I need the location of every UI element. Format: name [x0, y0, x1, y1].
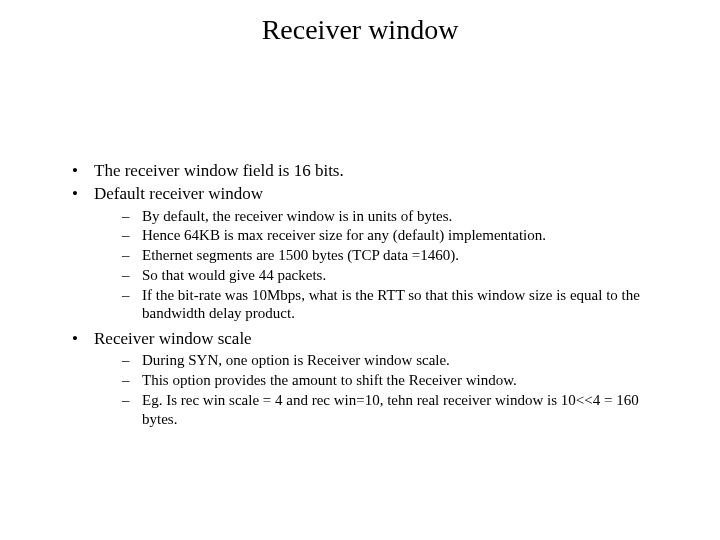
sub-bullet-item: If the bit-rate was 10Mbps, what is the … — [122, 286, 672, 324]
sub-bullet-text: Ethernet segments are 1500 bytes (TCP da… — [142, 247, 459, 263]
sub-bullet-text: Eg. Is rec win scale = 4 and rec win=10,… — [142, 392, 639, 427]
slide-body: The receiver window field is 16 bits. De… — [72, 160, 672, 433]
sub-bullet-list: During SYN, one option is Receiver windo… — [94, 349, 672, 431]
sub-bullet-text: By default, the receiver window is in un… — [142, 208, 452, 224]
slide: Receiver window The receiver window fiel… — [0, 0, 720, 540]
sub-bullet-item: This option provides the amount to shift… — [122, 371, 672, 390]
slide-title: Receiver window — [0, 14, 720, 46]
bullet-item: Receiver window scale During SYN, one op… — [72, 328, 672, 431]
bullet-list: The receiver window field is 16 bits. De… — [72, 160, 672, 431]
bullet-text: Receiver window scale — [94, 329, 252, 348]
sub-bullet-text: This option provides the amount to shift… — [142, 372, 517, 388]
bullet-text: Default receiver window — [94, 184, 263, 203]
sub-bullet-text: During SYN, one option is Receiver windo… — [142, 352, 450, 368]
sub-bullet-item: By default, the receiver window is in un… — [122, 207, 672, 226]
sub-bullet-item: Eg. Is rec win scale = 4 and rec win=10,… — [122, 391, 672, 429]
bullet-item: The receiver window field is 16 bits. — [72, 160, 672, 181]
sub-bullet-text: If the bit-rate was 10Mbps, what is the … — [142, 287, 640, 322]
sub-bullet-item: So that would give 44 packets. — [122, 266, 672, 285]
sub-bullet-item: During SYN, one option is Receiver windo… — [122, 351, 672, 370]
bullet-text: The receiver window field is 16 bits. — [94, 161, 344, 180]
bullet-item: Default receiver window By default, the … — [72, 183, 672, 326]
sub-bullet-item: Hence 64KB is max receiver size for any … — [122, 226, 672, 245]
sub-bullet-item: Ethernet segments are 1500 bytes (TCP da… — [122, 246, 672, 265]
sub-bullet-text: Hence 64KB is max receiver size for any … — [142, 227, 546, 243]
sub-bullet-text: So that would give 44 packets. — [142, 267, 326, 283]
sub-bullet-list: By default, the receiver window is in un… — [94, 205, 672, 327]
